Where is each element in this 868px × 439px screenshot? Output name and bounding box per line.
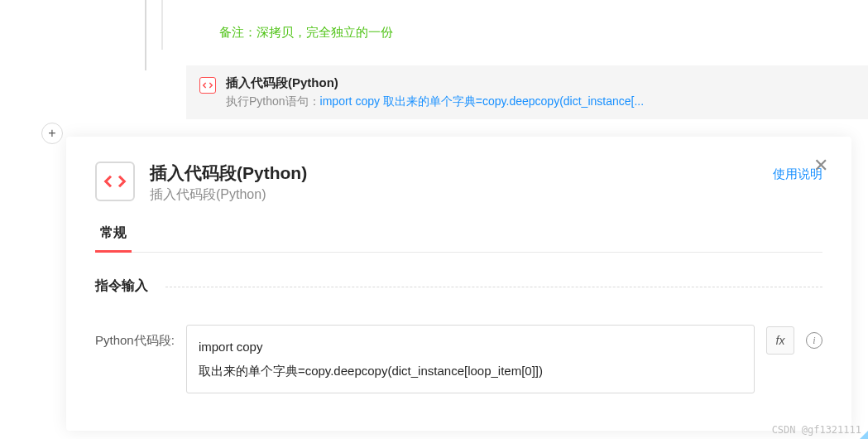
python-code-input[interactable]: import copy 取出来的单个字典=copy.deepcopy(dict_… bbox=[186, 325, 755, 393]
code-icon bbox=[199, 77, 216, 94]
section-label: 指令输入 bbox=[95, 277, 158, 295]
info-icon[interactable]: i bbox=[806, 332, 822, 349]
close-icon[interactable]: ✕ bbox=[813, 155, 828, 176]
code-line: 取出来的单个字典=copy.deepcopy(dict_instance[loo… bbox=[199, 359, 742, 384]
step-block[interactable]: 插入代码段(Python) 执行Python语句：import copy 取出来… bbox=[186, 65, 868, 119]
modal-subtitle: 插入代码段(Python) bbox=[150, 186, 758, 204]
step-content: 插入代码段(Python) 执行Python语句：import copy 取出来… bbox=[226, 75, 855, 109]
code-icon bbox=[95, 162, 135, 201]
code-line: import copy bbox=[199, 335, 742, 359]
section-divider: 指令输入 bbox=[95, 277, 822, 310]
watermark: CSDN @gf1321111 bbox=[772, 424, 861, 436]
modal-header: 插入代码段(Python) 插入代码段(Python) 使用说明 bbox=[95, 162, 822, 204]
step-description: 执行Python语句：import copy 取出来的单个字典=copy.dee… bbox=[226, 94, 855, 109]
step-title: 插入代码段(Python) bbox=[226, 75, 855, 91]
timeline-line-inner bbox=[161, 0, 163, 50]
workflow-area: 备注：深拷贝，完全独立的一份 插入代码段(Python) 执行Python语句：… bbox=[0, 0, 868, 119]
step-code-preview: import copy 取出来的单个字典=copy.deepcopy(dict_… bbox=[320, 94, 645, 108]
resize-corner-icon bbox=[860, 431, 868, 439]
add-step-button[interactable]: + bbox=[41, 123, 63, 144]
form-label: Python代码段: bbox=[95, 325, 175, 349]
config-modal: ✕ 插入代码段(Python) 插入代码段(Python) 使用说明 常规 指令… bbox=[66, 137, 851, 431]
timeline-line bbox=[145, 0, 146, 70]
fx-button[interactable]: fx bbox=[766, 326, 794, 355]
form-row: Python代码段: import copy 取出来的单个字典=copy.dee… bbox=[95, 325, 822, 393]
modal-title: 插入代码段(Python) bbox=[150, 162, 758, 185]
tab-general[interactable]: 常规 bbox=[95, 224, 132, 253]
tabs: 常规 bbox=[95, 224, 822, 253]
remark-text: 备注：深拷贝，完全独立的一份 bbox=[219, 25, 868, 41]
modal-title-group: 插入代码段(Python) 插入代码段(Python) bbox=[150, 162, 758, 204]
